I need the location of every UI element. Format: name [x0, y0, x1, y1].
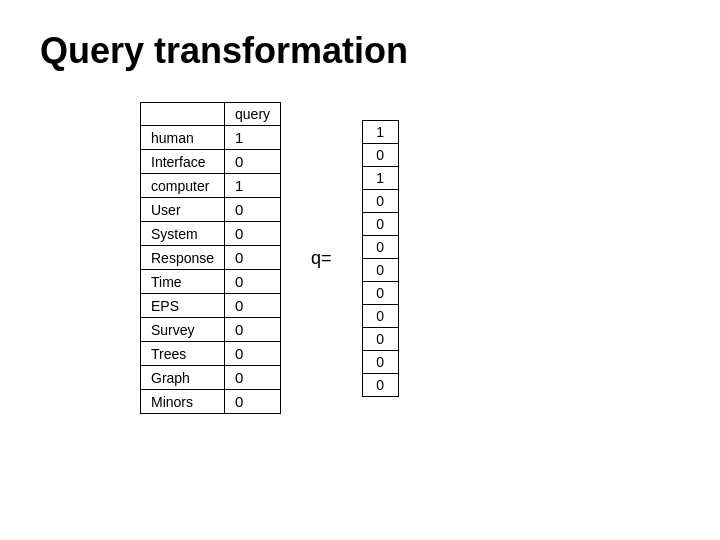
table-row: 0: [362, 235, 398, 258]
row-label: EPS: [141, 294, 225, 318]
row-label: Graph: [141, 366, 225, 390]
row-label: Response: [141, 246, 225, 270]
row-label: Time: [141, 270, 225, 294]
table-row: Response0: [141, 246, 281, 270]
row-value: 0: [225, 318, 281, 342]
table-row: Time0: [141, 270, 281, 294]
table-row: 0: [362, 327, 398, 350]
result-value: 0: [362, 143, 398, 166]
table-row: 0: [362, 258, 398, 281]
row-label: human: [141, 126, 225, 150]
row-value: 0: [225, 390, 281, 414]
result-value: 0: [362, 235, 398, 258]
result-value: 0: [362, 304, 398, 327]
row-label: Minors: [141, 390, 225, 414]
table-row: 0: [362, 281, 398, 304]
result-value: 0: [362, 327, 398, 350]
row-label: Interface: [141, 150, 225, 174]
tables-area: query human1Interface0computer1User0Syst…: [140, 102, 399, 414]
table-row: 0: [362, 350, 398, 373]
query-header: query: [225, 103, 281, 126]
table-row: Minors0: [141, 390, 281, 414]
table-row: Interface0: [141, 150, 281, 174]
table-row: 0: [362, 373, 398, 396]
result-value: 0: [362, 281, 398, 304]
row-value: 0: [225, 222, 281, 246]
table-row: Graph0: [141, 366, 281, 390]
row-value: 0: [225, 294, 281, 318]
result-value: 1: [362, 166, 398, 189]
row-label: Survey: [141, 318, 225, 342]
result-value: 0: [362, 258, 398, 281]
page-title: Query transformation: [40, 30, 408, 72]
result-table: 101000000000: [362, 120, 399, 397]
table-row: 0: [362, 143, 398, 166]
row-value: 0: [225, 342, 281, 366]
empty-header: [141, 103, 225, 126]
result-value: 0: [362, 373, 398, 396]
table-row: Survey0: [141, 318, 281, 342]
table-row: human1: [141, 126, 281, 150]
row-label: User: [141, 198, 225, 222]
row-label: computer: [141, 174, 225, 198]
table-row: System0: [141, 222, 281, 246]
table-row: EPS0: [141, 294, 281, 318]
row-label: Trees: [141, 342, 225, 366]
result-value: 0: [362, 350, 398, 373]
table-row: 0: [362, 212, 398, 235]
query-table: query human1Interface0computer1User0Syst…: [140, 102, 281, 414]
table-row: 0: [362, 189, 398, 212]
result-value: 0: [362, 189, 398, 212]
table-row: User0: [141, 198, 281, 222]
table-row: 1: [362, 166, 398, 189]
row-value: 0: [225, 150, 281, 174]
row-value: 0: [225, 198, 281, 222]
result-value: 1: [362, 120, 398, 143]
row-label: System: [141, 222, 225, 246]
table-row: 0: [362, 304, 398, 327]
row-value: 0: [225, 366, 281, 390]
row-value: 1: [225, 126, 281, 150]
row-value: 0: [225, 270, 281, 294]
page: Query transformation query human1Interfa…: [0, 0, 720, 540]
result-value: 0: [362, 212, 398, 235]
table-row: 1: [362, 120, 398, 143]
q-label: q=: [311, 248, 332, 269]
table-row: computer1: [141, 174, 281, 198]
row-value: 0: [225, 246, 281, 270]
table-row: Trees0: [141, 342, 281, 366]
row-value: 1: [225, 174, 281, 198]
